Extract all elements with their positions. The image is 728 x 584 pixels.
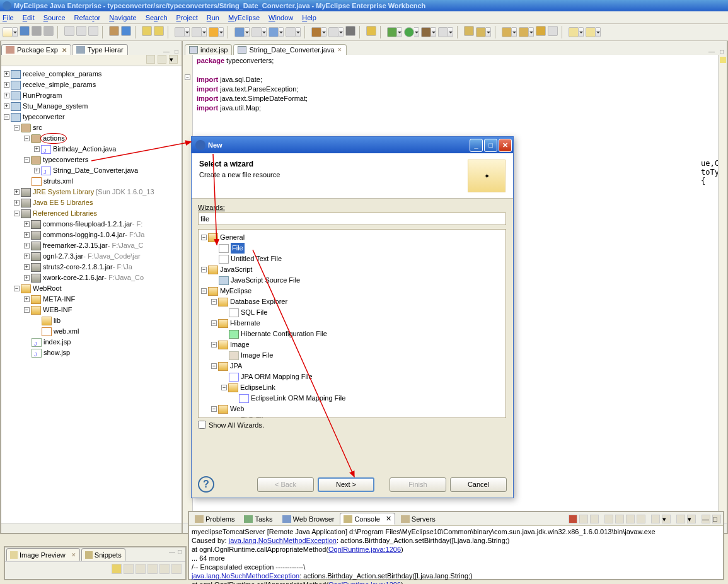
debug-icon[interactable] bbox=[387, 27, 397, 37]
menu-refactor[interactable]: Refactor bbox=[74, 14, 101, 21]
deploy-icon[interactable] bbox=[234, 27, 245, 37]
max-icon[interactable]: □ bbox=[712, 515, 721, 523]
wizard-item[interactable]: Untitled Text File bbox=[231, 254, 282, 264]
tab-image-preview[interactable]: Image Preview ✕ bbox=[6, 548, 80, 561]
clear-console-icon[interactable] bbox=[615, 515, 624, 523]
tree-item[interactable]: WEB-INF bbox=[43, 305, 72, 315]
struts-icon[interactable] bbox=[328, 27, 338, 37]
menu-run[interactable]: Run bbox=[207, 14, 219, 21]
hib-icon[interactable] bbox=[311, 27, 321, 37]
terminate-icon[interactable] bbox=[569, 515, 577, 523]
server-drop[interactable] bbox=[262, 27, 267, 37]
tree-item[interactable]: ognl-2.7.3.jar bbox=[43, 251, 83, 262]
minimize-icon[interactable]: — bbox=[161, 48, 171, 55]
hib-drop[interactable] bbox=[321, 27, 326, 37]
tree-item[interactable]: JRE System Library bbox=[33, 187, 94, 197]
back-button[interactable]: < Back bbox=[257, 477, 314, 492]
tree-item[interactable]: typeconverters bbox=[43, 155, 88, 165]
tree-item[interactable]: freemarker-2.3.15.jar bbox=[43, 240, 108, 251]
paste-icon[interactable] bbox=[88, 26, 98, 36]
tree-item[interactable]: Birthday_Action.java bbox=[53, 144, 116, 155]
ext-run-icon[interactable] bbox=[421, 27, 431, 37]
menu-help[interactable]: Help bbox=[302, 14, 316, 21]
project-tree[interactable]: +receive_complex_params +receive_simple_… bbox=[1, 66, 182, 523]
nav-back-drop[interactable] bbox=[579, 27, 584, 37]
tab-index-jsp[interactable]: index.jsp bbox=[185, 44, 232, 55]
run-icon[interactable] bbox=[404, 27, 414, 37]
tab-tasks[interactable]: Tasks bbox=[240, 513, 276, 525]
finish-button[interactable]: Finish bbox=[390, 477, 446, 492]
agent-drop[interactable] bbox=[202, 27, 207, 37]
find-icon[interactable] bbox=[366, 26, 376, 36]
copy-icon[interactable] bbox=[76, 26, 86, 36]
fold-icon[interactable]: − bbox=[185, 74, 190, 80]
console-output[interactable]: myeclipseTomcatServer [Remote Java Appli… bbox=[189, 526, 723, 584]
wizard-filter-input[interactable] bbox=[198, 213, 506, 225]
maximize-icon[interactable]: □ bbox=[171, 48, 182, 55]
nav-fwd-drop[interactable] bbox=[596, 27, 601, 37]
wizard-category[interactable]: MyEclipse bbox=[220, 286, 251, 296]
wizard-item[interactable]: Hibernate Configuration File bbox=[241, 329, 327, 339]
profile-drop[interactable] bbox=[448, 27, 453, 37]
wizard-item[interactable]: JavaScript Source File bbox=[231, 275, 300, 286]
search-icon[interactable] bbox=[175, 27, 185, 37]
tab-package-explorer[interactable]: Package Exp✕ bbox=[1, 44, 71, 55]
nav-fwd-icon[interactable] bbox=[586, 27, 596, 37]
print-icon[interactable] bbox=[43, 26, 54, 36]
close-icon[interactable]: ✕ bbox=[337, 47, 342, 53]
profile-icon[interactable] bbox=[438, 27, 448, 37]
tree-item-actions[interactable]: actions bbox=[43, 133, 65, 144]
wizard-item[interactable]: TLD File bbox=[241, 414, 267, 418]
display-console-icon[interactable] bbox=[637, 515, 645, 523]
wizard-item[interactable]: EclipseLink ORM Mapping File bbox=[251, 393, 345, 404]
tree-item[interactable]: web.xml bbox=[54, 326, 79, 337]
tree-item[interactable]: Stu_Manage_system bbox=[23, 101, 88, 112]
close-icon[interactable]: ✕ bbox=[71, 552, 76, 558]
show-all-checkbox[interactable] bbox=[198, 421, 206, 429]
tree-item[interactable]: META-INF bbox=[43, 294, 75, 305]
actual-size-icon[interactable] bbox=[159, 564, 170, 574]
wizard-item-file[interactable]: File bbox=[231, 243, 245, 254]
tree-item[interactable]: Java EE 5 Libraries bbox=[33, 197, 93, 208]
tree-item[interactable]: lib bbox=[54, 315, 61, 326]
tree-item[interactable]: struts.xml bbox=[43, 176, 73, 187]
nav-back-icon[interactable] bbox=[569, 27, 579, 37]
class-icon[interactable] bbox=[121, 26, 131, 36]
new-icon[interactable] bbox=[3, 27, 13, 37]
tree-item[interactable]: RunProgram bbox=[23, 90, 62, 101]
min-icon[interactable]: — bbox=[702, 515, 710, 523]
wizard-category[interactable]: JPA bbox=[230, 361, 242, 371]
search-drop[interactable] bbox=[185, 27, 190, 37]
remove-launch-icon[interactable] bbox=[579, 515, 588, 523]
open-console-icon[interactable] bbox=[651, 515, 660, 523]
redo-icon[interactable] bbox=[154, 26, 164, 36]
zoom-fit-icon[interactable] bbox=[124, 564, 134, 574]
wizard-drop[interactable] bbox=[512, 27, 517, 37]
wizard-category[interactable]: Image bbox=[230, 339, 250, 350]
dialog-title-bar[interactable]: New _ □ ✕ bbox=[192, 137, 513, 153]
info-icon[interactable] bbox=[171, 564, 182, 574]
cut-icon[interactable] bbox=[64, 26, 74, 36]
tab-snippets[interactable]: Snippets bbox=[81, 548, 125, 561]
next-button[interactable]: Next > bbox=[318, 477, 374, 492]
tab-string-date-converter[interactable]: String_Date_Converter.java✕ bbox=[233, 44, 346, 55]
wizard-category[interactable]: JavaScript bbox=[220, 264, 252, 275]
menu-source[interactable]: Source bbox=[43, 14, 66, 21]
server-icon[interactable] bbox=[251, 27, 262, 37]
link-editor-icon[interactable] bbox=[158, 55, 166, 64]
tree-item[interactable]: commons-fileupload-1.2.1.jar bbox=[43, 219, 132, 230]
agent-icon[interactable] bbox=[192, 27, 202, 37]
tree-item[interactable]: index.jsp bbox=[43, 337, 71, 347]
wizard-category[interactable]: Web bbox=[230, 404, 244, 414]
wizard-item[interactable]: Image File bbox=[241, 350, 273, 361]
menu-window[interactable]: Window bbox=[269, 14, 293, 21]
menu-file[interactable]: FFileile bbox=[3, 14, 14, 21]
tree-item[interactable]: commons-logging-1.0.4.jar bbox=[43, 230, 125, 240]
console-drop-icon[interactable]: ▾ bbox=[662, 515, 671, 523]
tab-type-hierarchy[interactable]: Type Hierar bbox=[72, 44, 128, 55]
remove-all-icon[interactable] bbox=[590, 515, 599, 523]
zoom-in-icon[interactable] bbox=[147, 564, 158, 574]
browser-drop[interactable] bbox=[296, 27, 301, 37]
wizard-item[interactable]: JPA ORM Mapping File bbox=[241, 371, 313, 382]
search2-icon[interactable] bbox=[536, 26, 546, 36]
